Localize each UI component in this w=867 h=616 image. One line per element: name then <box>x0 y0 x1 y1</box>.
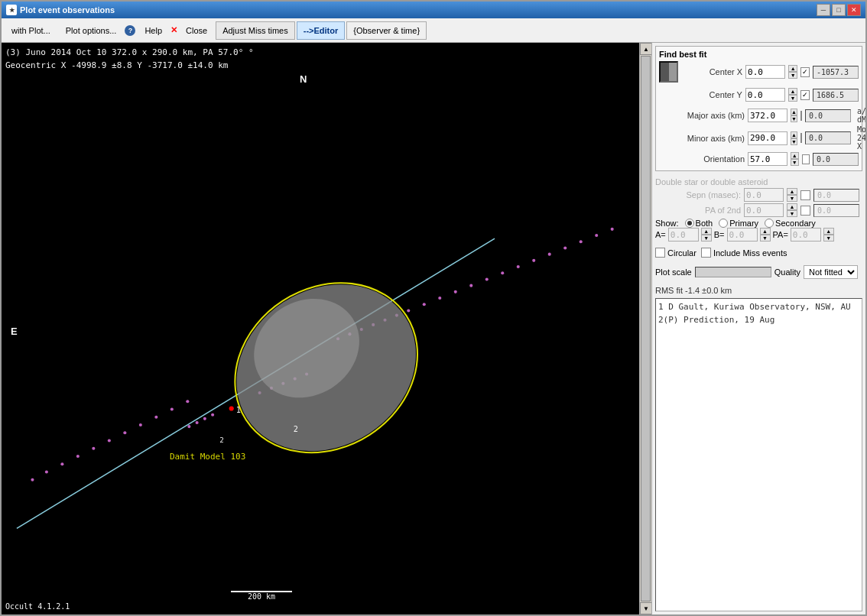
show-primary-label[interactable]: Primary <box>719 219 758 228</box>
close-text-button[interactable]: Close <box>179 21 214 40</box>
axis-ratio-text: a/b=1.28 <box>857 107 865 115</box>
svg-point-29 <box>580 240 583 243</box>
sepn-spinner[interactable]: ▲ ▼ <box>787 188 797 202</box>
scroll-up-button[interactable]: ▲ <box>640 43 652 55</box>
orientation-dn[interactable]: ▼ <box>791 159 799 166</box>
center-y-dn[interactable]: ▼ <box>788 95 797 102</box>
center-y-up[interactable]: ▲ <box>788 88 797 95</box>
svg-point-20 <box>438 297 441 300</box>
orientation-spinner[interactable]: ▲ ▼ <box>791 152 799 166</box>
orientation-input[interactable] <box>748 152 787 166</box>
show-primary-radio[interactable] <box>719 219 728 228</box>
motion-value: 24.00km/s, X <box>857 134 865 151</box>
a-dn[interactable]: ▼ <box>701 235 712 242</box>
circular-label-group[interactable]: Circular <box>655 248 697 258</box>
show-primary-text: Primary <box>729 219 758 228</box>
svg-point-1 <box>31 478 34 481</box>
center-x-spinner[interactable]: ▲ ▼ <box>788 65 797 79</box>
pa2nd-row: PA of 2nd ▲ ▼ 0.0 <box>655 203 862 217</box>
pa2nd-spinner[interactable]: ▲ ▼ <box>787 203 797 217</box>
minor-axis-input[interactable] <box>748 131 787 145</box>
major-axis-spinner[interactable]: ▲ ▼ <box>791 109 797 122</box>
minor-axis-dn[interactable]: ▼ <box>791 138 797 145</box>
adjust-miss-button[interactable]: Adjust Miss times <box>216 21 295 40</box>
plot-options-button[interactable]: Plot options... <box>59 21 124 40</box>
major-axis-dn[interactable]: ▼ <box>791 115 797 122</box>
pa2nd-checkbox[interactable] <box>800 206 810 216</box>
scroll-down-button[interactable]: ▼ <box>640 602 652 614</box>
show-both-label[interactable]: Both <box>685 219 713 228</box>
center-y-spinner[interactable]: ▲ ▼ <box>788 88 797 102</box>
svg-point-22 <box>469 284 472 287</box>
a-spinner[interactable]: ▲ ▼ <box>701 228 712 242</box>
include-miss-checkbox[interactable] <box>701 248 711 258</box>
minimize-button[interactable]: ─ <box>817 4 830 16</box>
editor-button[interactable]: -->Editor <box>297 21 346 40</box>
title-controls: ─ □ ✕ <box>817 4 861 16</box>
svg-point-28 <box>563 246 567 249</box>
b-input[interactable] <box>727 228 758 242</box>
sepn-checkbox[interactable] <box>800 190 810 200</box>
show-secondary-label[interactable]: Secondary <box>765 219 816 228</box>
center-x-checkbox[interactable] <box>800 67 810 77</box>
find-best-fit-section: Find best fit Center X ▲ ▼ <box>655 46 862 171</box>
a-up[interactable]: ▲ <box>701 228 712 235</box>
svg-point-4 <box>76 455 80 458</box>
center-x-up[interactable]: ▲ <box>788 65 797 72</box>
orientation-up[interactable]: ▲ <box>791 152 799 159</box>
minor-axis-spinner[interactable]: ▲ ▼ <box>791 131 797 145</box>
center-x-input[interactable] <box>745 65 785 79</box>
sepn-row: Sepn (masec): ▲ ▼ 0.0 <box>655 188 862 202</box>
sepn-dn[interactable]: ▼ <box>787 195 797 202</box>
circular-checkbox[interactable] <box>655 248 665 258</box>
pa-dn[interactable]: ▼ <box>823 235 834 242</box>
circular-text: Circular <box>667 248 697 258</box>
plot-scale-slider[interactable] <box>695 267 771 277</box>
include-miss-label-group[interactable]: Include Miss events <box>701 248 787 258</box>
b-up[interactable]: ▲ <box>760 228 771 235</box>
center-y-input[interactable] <box>745 88 785 102</box>
pa2nd-label: PA of 2nd <box>655 206 741 215</box>
major-axis-up[interactable]: ▲ <box>791 109 797 115</box>
pa2nd-input[interactable] <box>744 203 784 217</box>
center-y-val: 1686.5 <box>813 89 859 102</box>
orientation-checkbox[interactable] <box>802 154 810 164</box>
restore-button[interactable]: □ <box>832 4 846 16</box>
scroll-thumb[interactable] <box>641 56 651 601</box>
minor-axis-label: Minor axis (km) <box>659 134 745 143</box>
show-both-radio[interactable] <box>685 219 694 228</box>
show-secondary-radio[interactable] <box>765 219 774 228</box>
texture-button[interactable] <box>659 61 678 83</box>
quality-select[interactable]: Not fitted Poor Good Excellent <box>804 265 858 279</box>
close-button[interactable]: ✕ <box>847 4 861 16</box>
pa-up[interactable]: ▲ <box>823 228 834 235</box>
minor-axis-up[interactable]: ▲ <box>791 131 797 138</box>
help-button[interactable]: Help <box>138 21 169 40</box>
pa2nd-up[interactable]: ▲ <box>787 203 797 210</box>
b-dn[interactable]: ▼ <box>760 235 771 242</box>
major-axis-input[interactable] <box>748 109 787 122</box>
scale-text: 200 km <box>248 592 275 601</box>
pa2nd-dn[interactable]: ▼ <box>787 210 797 217</box>
sepn-input[interactable] <box>744 188 784 202</box>
minor-axis-checkbox[interactable] <box>800 133 802 143</box>
svg-point-6 <box>108 439 111 442</box>
center-x-dn[interactable]: ▼ <box>788 72 797 79</box>
b-label: B= <box>714 230 725 239</box>
menu-bar: with Plot... Plot options... ? Help ✕ Cl… <box>2 18 865 43</box>
observer-button[interactable]: {Observer & time} <box>346 21 427 40</box>
center-x-row: Center X ▲ ▼ -1057.3 <box>659 61 859 83</box>
with-plot-button[interactable]: with Plot... <box>5 21 57 40</box>
tc3 <box>661 72 669 81</box>
svg-point-7 <box>123 431 126 434</box>
pa-input[interactable] <box>791 228 821 242</box>
center-y-checkbox[interactable] <box>800 90 810 100</box>
vertical-scrollbar[interactable]: ▲ ▼ <box>639 43 651 614</box>
ab-row: A= ▲ ▼ B= ▲ ▼ PA= ▲ <box>655 228 862 242</box>
pa-spinner[interactable]: ▲ ▼ <box>823 228 834 242</box>
a-input[interactable] <box>668 228 699 242</box>
major-axis-checkbox[interactable] <box>800 111 802 121</box>
a-label: A= <box>655 230 666 239</box>
sepn-up[interactable]: ▲ <box>787 188 797 195</box>
b-spinner[interactable]: ▲ ▼ <box>760 228 771 242</box>
